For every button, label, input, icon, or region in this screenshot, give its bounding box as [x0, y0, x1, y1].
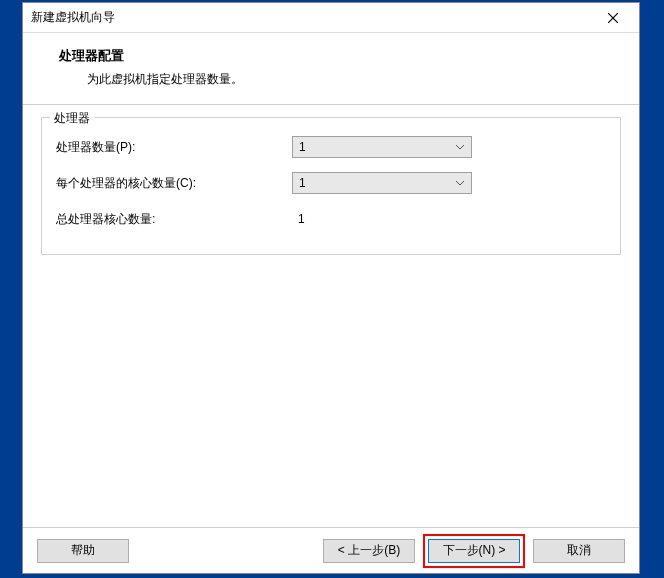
cores-per-processor-select[interactable]: 1 [292, 172, 472, 194]
chevron-down-icon [451, 138, 469, 156]
help-button[interactable]: 帮助 [37, 539, 129, 563]
page-title: 处理器配置 [59, 47, 615, 65]
close-button[interactable] [593, 4, 633, 32]
back-button[interactable]: < 上一步(B) [323, 539, 415, 563]
total-cores-value: 1 [292, 212, 305, 226]
wizard-footer: 帮助 < 上一步(B) 下一步(N) > 取消 [23, 527, 639, 573]
content-area: 处理器 处理器数量(P): 1 每个处理器的核心数量(C): 1 [23, 105, 639, 527]
window-title: 新建虚拟机向导 [31, 9, 115, 26]
row-cores-per-processor: 每个处理器的核心数量(C): 1 [56, 168, 606, 198]
processor-count-value: 1 [299, 140, 306, 154]
titlebar: 新建虚拟机向导 [23, 3, 639, 33]
next-button[interactable]: 下一步(N) > [428, 539, 520, 563]
wizard-header: 处理器配置 为此虚拟机指定处理器数量。 [23, 33, 639, 98]
total-cores-label: 总处理器核心数量: [56, 211, 292, 228]
wizard-window: 新建虚拟机向导 处理器配置 为此虚拟机指定处理器数量。 处理器 处理器数量(P)… [22, 2, 640, 574]
processor-count-select[interactable]: 1 [292, 136, 472, 158]
chevron-down-icon [451, 174, 469, 192]
cores-per-processor-label: 每个处理器的核心数量(C): [56, 175, 292, 192]
page-subtitle: 为此虚拟机指定处理器数量。 [87, 71, 615, 88]
cores-per-processor-value: 1 [299, 176, 306, 190]
groupbox-legend: 处理器 [50, 110, 94, 127]
close-icon [608, 13, 618, 23]
row-processor-count: 处理器数量(P): 1 [56, 132, 606, 162]
next-button-highlight: 下一步(N) > [423, 534, 525, 568]
row-total-cores: 总处理器核心数量: 1 [56, 204, 606, 234]
processor-count-label: 处理器数量(P): [56, 139, 292, 156]
processor-groupbox: 处理器 处理器数量(P): 1 每个处理器的核心数量(C): 1 [41, 117, 621, 255]
cancel-button[interactable]: 取消 [533, 539, 625, 563]
